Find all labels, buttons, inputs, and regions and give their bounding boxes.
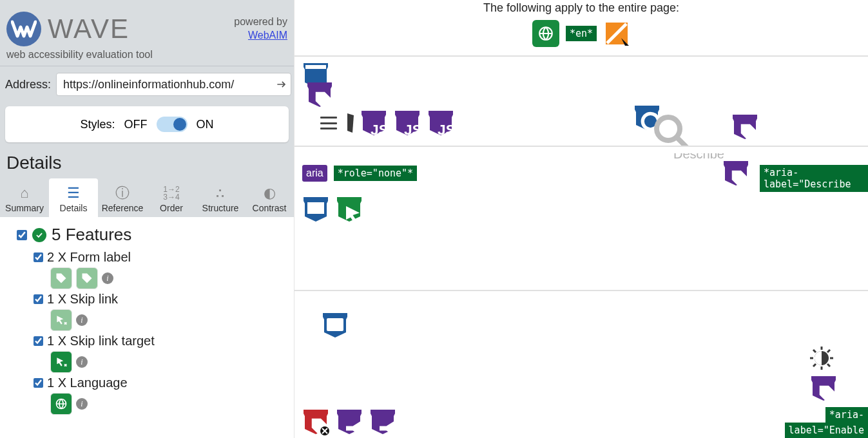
item-label: 2 X Form label [47,250,131,265]
preview-row: aria *role="none"* [302,165,417,182]
styles-label: Styles: [80,118,115,131]
tab-details[interactable]: ☰Details [49,178,98,217]
tree-icon: ⛬ [197,185,244,202]
check-circle-icon [32,228,46,242]
styles-toggle[interactable] [157,117,188,132]
item-language: 1 X Language i [34,376,291,415]
skip-target-icon[interactable] [336,196,363,223]
svg-line-19 [827,350,830,352]
powered-prefix: powered by [234,15,287,29]
item-checkbox[interactable] [34,294,43,304]
tab-structure[interactable]: ⛬Structure [196,178,245,217]
aria-live-icon[interactable] [369,408,396,435]
address-row: Address: [0,66,294,102]
aria-prefix-badge: *aria- [825,407,868,423]
item-skip-link-target: 1 X Skip link target i [34,334,291,373]
caret-icon [347,113,354,133]
feature-chip[interactable] [50,393,72,415]
home-icon: ⌂ [1,185,48,202]
preview-row [322,312,349,339]
contrast-icon: ◐ [246,185,293,202]
list-icon: ☰ [50,185,97,202]
powered-by: powered by WebAIM [234,15,287,43]
svg-rect-11 [327,318,343,331]
separator [294,146,868,153]
section-structure-icon[interactable] [322,312,349,339]
aria-badge[interactable]: aria [302,165,327,182]
address-input[interactable] [56,73,291,96]
svg-line-20 [813,364,816,367]
info-icon[interactable]: i [76,398,88,410]
separator [294,55,868,63]
brand-tagline: web accessibility evaluation tool [0,49,294,66]
hamburger-icon[interactable] [320,117,337,129]
styles-on: ON [197,118,214,131]
info-icon[interactable]: i [76,356,88,368]
role-none-badge: *role="none"* [334,166,417,181]
entire-page-icons: *en* [294,20,868,47]
js-event-icon[interactable] [394,110,421,137]
wave-sidebar: WAVE powered by WebAIM web accessibility… [0,0,294,438]
svg-rect-10 [307,202,324,214]
item-label: 1 X Skip link [47,292,118,307]
info-icon: ⓘ [99,185,146,202]
aria-enable-badge: label="Enable [785,423,868,438]
main-structure-icon[interactable] [302,196,329,223]
no-regions-alert-icon[interactable] [603,20,630,47]
details-body: 5 Features 2 X Form label i 1 X Skip lin… [0,217,294,438]
info-icon[interactable]: i [76,314,88,326]
preview-row [302,196,363,223]
sidebar-header: WAVE powered by WebAIM [0,0,294,49]
feature-chip[interactable] [50,267,72,289]
separator [294,290,868,298]
tab-summary[interactable]: ⌂Summary [0,178,49,217]
info-icon[interactable]: i [102,272,113,284]
svg-line-18 [827,364,830,367]
tab-bar: ⌂Summary ☰Details ⓘReference 1→23→4Order… [0,178,294,217]
aria-structure-icon[interactable] [810,375,837,402]
item-checkbox[interactable] [34,378,43,388]
address-label: Address: [5,78,51,91]
feature-chip[interactable] [50,309,72,331]
error-icon[interactable] [302,408,329,435]
category-features: 5 Features [17,225,291,245]
order-icon: 1→23→4 [148,185,195,202]
aria-structure-icon[interactable] [731,113,758,140]
feature-chip[interactable] [76,267,98,289]
item-label: 1 X Skip link target [47,334,155,348]
dark-mode-icon[interactable] [810,347,833,370]
preview-row [320,110,454,137]
item-form-label: 2 X Form label i [34,250,291,289]
feature-chip[interactable] [50,351,72,373]
tab-contrast[interactable]: ◐Contrast [245,178,294,217]
aria-live-icon[interactable] [336,408,363,435]
aria-label-structure-icon[interactable] [306,81,333,108]
svg-line-17 [813,350,816,352]
preview-row [306,71,333,108]
tab-order[interactable]: 1→23→4Order [147,178,196,217]
item-skip-link: 1 X Skip link i [34,292,291,331]
brand-name: WAVE [48,14,130,44]
category-title: 5 Features [52,225,131,245]
address-submit-icon[interactable] [275,77,289,91]
styles-off: OFF [124,118,148,131]
wave-logo-icon [6,12,41,46]
entire-page-text: The following apply to the entire page: [294,0,868,15]
styles-toggle-card: Styles: OFF ON [5,106,289,142]
preview-row [302,408,396,435]
panel-title: Details [0,149,294,178]
lang-badge: *en* [566,26,597,41]
aria-describe-badge: *aria-label="Describe [760,165,868,192]
item-checkbox[interactable] [34,336,43,346]
js-event-icon[interactable] [427,110,454,137]
item-label: 1 X Language [47,376,128,390]
svg-rect-7 [305,65,326,69]
webaim-link[interactable]: WebAIM [248,30,287,41]
js-event-icon[interactable] [360,110,387,137]
tab-reference[interactable]: ⓘReference [98,178,147,217]
language-icon[interactable] [532,20,559,47]
category-checkbox[interactable] [17,230,27,240]
brand: WAVE [6,12,130,46]
aria-structure-icon[interactable] [722,160,749,187]
item-checkbox[interactable] [34,252,43,262]
